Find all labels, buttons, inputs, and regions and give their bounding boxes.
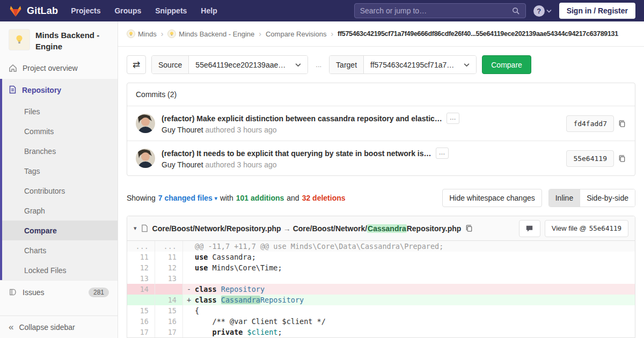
- new-line-number[interactable]: 13: [155, 273, 183, 284]
- old-line-number[interactable]: 16: [127, 316, 155, 327]
- comment-button[interactable]: [519, 220, 540, 237]
- target-value: ff575463c42195cf71a7…: [370, 61, 454, 69]
- commit-timestamp: authored 3 hours ago: [203, 160, 277, 169]
- stats-prefix: Showing: [127, 194, 156, 202]
- side-by-side-view-button[interactable]: Side-by-side: [580, 189, 635, 207]
- sidebar-item-files[interactable]: Files: [2, 101, 118, 121]
- new-line-number[interactable]: 12: [155, 262, 183, 273]
- search-icon[interactable]: [512, 7, 520, 15]
- avatar: [136, 149, 155, 168]
- file-path[interactable]: Core/Boost/Network/Repository.php→Core/B…: [152, 224, 462, 233]
- sidebar-item-label: Issues: [23, 288, 44, 297]
- swap-revisions-button[interactable]: ⇄: [127, 55, 146, 74]
- new-line-number[interactable]: [155, 284, 183, 295]
- source-input-group: Source 55e64119ece202139aae…: [151, 55, 308, 74]
- sidebar-item-commits[interactable]: Commits: [2, 121, 118, 141]
- hide-whitespace-button[interactable]: Hide whitespace changes: [442, 189, 542, 207]
- view-file-button[interactable]: View file @ 55e64119: [545, 220, 628, 237]
- commit-author-link[interactable]: Guy Thouret: [162, 126, 203, 134]
- diff-stats: Showing 7 changed files ▾ with 101 addit…: [127, 194, 346, 202]
- stats-and: and: [287, 194, 299, 202]
- help-menu[interactable]: ?: [533, 5, 552, 17]
- help-icon[interactable]: ?: [533, 5, 545, 17]
- commit-expand-button[interactable]: …: [436, 148, 449, 159]
- commit-expand-button[interactable]: …: [447, 113, 459, 124]
- breadcrumb-separator-icon: ›: [161, 30, 164, 38]
- source-label: Source: [152, 56, 189, 74]
- nav-link-help[interactable]: Help: [201, 6, 217, 15]
- breadcrumb-separator-icon: ›: [259, 30, 261, 38]
- diff-line-ctx: 1515{: [127, 305, 635, 316]
- diff-line-content: -class Repository: [183, 284, 635, 295]
- commit-meta: Guy Thouret authored 3 hours ago: [162, 160, 449, 169]
- sidebar-item-graph[interactable]: Graph: [2, 201, 118, 221]
- diff-line-content: private $client;: [183, 327, 635, 337]
- old-line-number[interactable]: 14: [127, 284, 155, 295]
- breadcrumb-link[interactable]: Compare Revisions: [266, 30, 326, 38]
- sidebar-item-contributors[interactable]: Contributors: [2, 181, 118, 201]
- old-path: Core/Boost/Network/Repository.php: [152, 224, 281, 233]
- nav-link-projects[interactable]: Projects: [71, 6, 100, 15]
- global-search[interactable]: [354, 3, 526, 18]
- new-line-number[interactable]: 17: [155, 327, 183, 337]
- diff-line-add: 14+class CassandraRepository: [127, 295, 635, 305]
- view-file-label: View file @: [552, 224, 587, 232]
- collapse-sidebar-button[interactable]: « Collapse sidebar: [0, 315, 118, 338]
- collapse-diff-icon[interactable]: ▾: [134, 225, 137, 232]
- copy-sha-icon[interactable]: [618, 155, 626, 163]
- sidebar-item-project-overview[interactable]: Project overview: [0, 57, 118, 79]
- source-revision-dropdown[interactable]: 55e64119ece202139aae…: [189, 56, 308, 74]
- diff-line-content: +class CassandraRepository: [183, 295, 635, 305]
- new-line-number[interactable]: 16: [155, 316, 183, 327]
- commit-author-link[interactable]: Guy Thouret: [162, 160, 203, 169]
- old-line-number[interactable]: 11: [127, 252, 155, 262]
- copy-sha-icon[interactable]: [618, 120, 626, 128]
- breadcrumb-link[interactable]: Minds: [138, 30, 157, 38]
- nav-link-groups[interactable]: Groups: [114, 6, 141, 15]
- sidebar-item-locked-files[interactable]: Locked Files: [2, 260, 118, 280]
- changed-files-dropdown[interactable]: 7 changed files ▾: [158, 194, 217, 202]
- old-line-number[interactable]: 13: [127, 273, 155, 284]
- sidebar-item-label: Repository: [22, 86, 61, 94]
- main-content: Minds›Minds Backend - Engine›Compare Rev…: [118, 21, 644, 338]
- commit-meta: Guy Thouret authored 3 hours ago: [162, 126, 459, 134]
- nav-link-snippets[interactable]: Snippets: [155, 6, 187, 15]
- sidebar-item-repository[interactable]: Repository: [2, 79, 118, 101]
- commits-panel: Commits (2) (refactor) Make explicit dis…: [127, 83, 635, 176]
- copy-path-icon[interactable]: [465, 224, 473, 232]
- breadcrumb-separator-icon: ›: [331, 30, 333, 38]
- repository-icon: [9, 85, 17, 95]
- sidebar-item-charts[interactable]: Charts: [2, 240, 118, 260]
- new-line-number[interactable]: ...: [155, 241, 183, 252]
- compare-button[interactable]: Compare: [482, 55, 531, 74]
- commit-title-link[interactable]: (refactor) Make explicit distinction bet…: [162, 114, 442, 123]
- old-line-number[interactable]: [127, 295, 155, 305]
- sidebar-item-branches[interactable]: Branches: [2, 141, 118, 161]
- inline-view-button[interactable]: Inline: [549, 189, 580, 207]
- old-line-number[interactable]: 12: [127, 262, 155, 273]
- commit-title-link[interactable]: (refactor) It needs to be explicit that …: [162, 149, 431, 158]
- sign-in-register-button[interactable]: Sign in / Register: [559, 3, 635, 19]
- new-line-number[interactable]: 11: [155, 252, 183, 262]
- new-line-number[interactable]: 15: [155, 305, 183, 316]
- project-name[interactable]: Minds Backend - Engine: [35, 29, 109, 52]
- diff-line-content: use Cassandra;: [183, 252, 635, 262]
- old-line-number[interactable]: ...: [127, 241, 155, 252]
- avatar: [136, 114, 155, 133]
- project-avatar[interactable]: [9, 29, 30, 50]
- group-avatar: [127, 30, 135, 38]
- new-path-prefix: Core/Boost/Network/: [293, 224, 367, 233]
- sidebar-item-tags[interactable]: Tags: [2, 161, 118, 181]
- old-line-number[interactable]: 17: [127, 327, 155, 337]
- diff-view-toggle: Inline Side-by-side: [548, 189, 635, 207]
- new-line-number[interactable]: 14: [155, 295, 183, 305]
- sidebar-item-compare[interactable]: Compare: [2, 221, 118, 240]
- target-revision-dropdown[interactable]: ff575463c42195cf71a7…: [364, 56, 476, 74]
- gitlab-logo[interactable]: GitLab: [9, 4, 58, 18]
- old-line-number[interactable]: 15: [127, 305, 155, 316]
- commit-sha[interactable]: fd4fadd7: [566, 115, 614, 132]
- breadcrumb-link[interactable]: Minds Backend - Engine: [179, 30, 254, 38]
- sidebar-item-issues[interactable]: Issues 281: [0, 280, 118, 304]
- search-input[interactable]: [360, 6, 512, 15]
- commit-sha[interactable]: 55e64119: [566, 150, 614, 167]
